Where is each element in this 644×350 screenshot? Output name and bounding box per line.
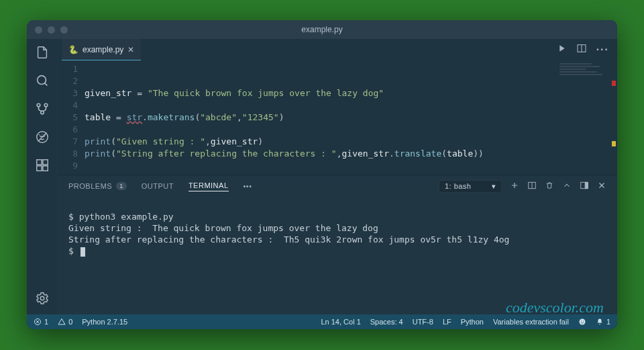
titlebar: example.py [27, 20, 617, 39]
scroll-marker-error[interactable] [612, 81, 616, 86]
status-language[interactable]: Python [461, 318, 484, 326]
window-title: example.py [301, 25, 342, 34]
status-bar: 1 0 Python 2.7.15 Ln 14, Col 1 Spaces: 4… [27, 314, 617, 329]
tabs-row: 🐍 example.py ✕ ··· [58, 39, 617, 60]
tab-label: example.py [83, 45, 123, 54]
svg-point-10 [40, 296, 44, 300]
svg-point-26 [583, 320, 584, 321]
app-window: example.py [27, 20, 617, 329]
status-warnings[interactable]: 0 [58, 318, 72, 326]
status-errors[interactable]: 1 [34, 318, 48, 326]
status-python-version[interactable]: Python 2.7.15 [82, 318, 127, 326]
svg-rect-9 [42, 166, 47, 171]
tab-file[interactable]: 🐍 example.py ✕ [62, 39, 141, 60]
zoom-window-icon[interactable] [60, 26, 68, 34]
status-notifications[interactable]: 1 [596, 318, 610, 326]
svg-rect-6 [36, 160, 41, 165]
code-content[interactable]: given_str = "The quick brown fox jumps o… [85, 63, 617, 175]
traffic-lights [27, 26, 68, 34]
editor-actions: ··· [556, 39, 617, 60]
split-editor-icon[interactable] [576, 43, 587, 56]
svg-point-25 [581, 320, 582, 321]
activity-bar [27, 39, 58, 314]
close-window-icon[interactable] [35, 26, 42, 34]
terminal-cursor [80, 247, 85, 257]
status-cursor-position[interactable]: Ln 14, Col 1 [321, 318, 360, 326]
svg-point-1 [37, 103, 40, 107]
search-icon[interactable] [34, 73, 50, 89]
svg-point-2 [44, 103, 48, 107]
close-tab-icon[interactable]: ✕ [127, 45, 134, 54]
minimap[interactable] [559, 63, 613, 90]
line-gutter: 123456789 [58, 63, 85, 175]
extensions-icon[interactable] [34, 157, 50, 173]
scroll-marker-warning[interactable] [612, 141, 616, 146]
status-indent[interactable]: Spaces: 4 [370, 318, 403, 326]
status-eol[interactable]: LF [443, 318, 451, 326]
more-actions-icon[interactable]: ··· [596, 44, 609, 56]
debug-icon[interactable] [34, 129, 50, 145]
source-control-icon[interactable] [34, 101, 50, 117]
code-editor[interactable]: 123456789 given_str = "The quick brown f… [58, 60, 617, 175]
minimize-window-icon[interactable] [48, 26, 55, 34]
run-icon[interactable] [556, 43, 567, 56]
python-file-icon: 🐍 [68, 45, 78, 54]
status-encoding[interactable]: UTF-8 [413, 318, 433, 326]
svg-point-24 [579, 319, 585, 325]
settings-gear-icon[interactable] [34, 290, 50, 306]
status-message[interactable]: Variables extraction fail [493, 318, 569, 326]
svg-point-0 [37, 76, 46, 85]
svg-rect-7 [42, 160, 47, 165]
terminal-output[interactable]: $ python3 example.pyGiven string : The q… [58, 197, 617, 314]
status-feedback-icon[interactable] [578, 318, 586, 326]
explorer-icon[interactable] [34, 44, 50, 60]
svg-rect-8 [36, 166, 41, 171]
